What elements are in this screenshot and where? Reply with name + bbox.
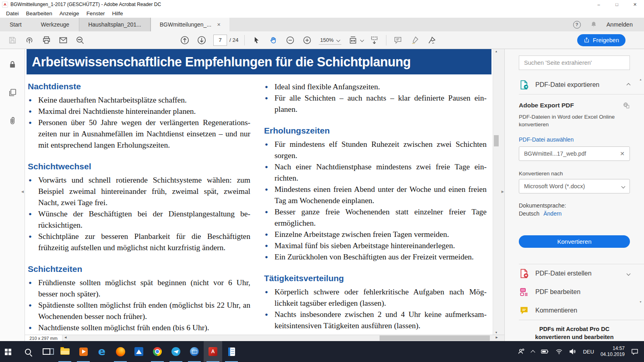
- zoom-out-button[interactable]: [283, 34, 297, 47]
- vertical-scrollbar[interactable]: ▲ ▼: [493, 49, 500, 335]
- chevron-up-icon: [627, 83, 631, 87]
- lock-icon[interactable]: [8, 60, 17, 69]
- maximize-button[interactable]: □: [608, 0, 626, 9]
- scrolling-mode-button[interactable]: [367, 34, 381, 47]
- fit-width-button[interactable]: [346, 34, 360, 47]
- taskbar-scan-button[interactable]: [130, 341, 148, 362]
- taskbar-search-button[interactable]: [19, 341, 37, 362]
- sidebar-scroll-up-icon[interactable]: ▲: [639, 78, 642, 81]
- select-pdf-file-link[interactable]: PDF-Datei auswählen: [519, 136, 574, 143]
- keyboard-language-label[interactable]: DEU: [583, 349, 594, 355]
- taskbar-taskview-button[interactable]: [37, 341, 56, 362]
- close-button[interactable]: ✕: [626, 0, 644, 9]
- notifications-bell-icon[interactable]: [590, 21, 598, 29]
- desktop: { "icons": { "minimize": "–", "maximize"…: [0, 0, 644, 362]
- taskbar-writer-button[interactable]: [222, 341, 241, 362]
- save-button[interactable]: [6, 34, 19, 47]
- scroll-down-icon[interactable]: ▼: [493, 331, 500, 334]
- help-icon[interactable]: ?: [573, 21, 581, 29]
- show-hidden-icons-chevron[interactable]: [531, 350, 535, 354]
- bullet-text: Nach einer Nachtdienstphase mindestens z…: [275, 161, 487, 184]
- bullet-dot-icon: ●: [264, 81, 275, 93]
- tab-document-haushaltsplan[interactable]: Haushaltsplan_201...: [79, 18, 151, 31]
- zoom-in-button[interactable]: [300, 34, 314, 47]
- page-thumbnails-icon[interactable]: [8, 88, 17, 97]
- change-language-link[interactable]: Ändern: [543, 210, 561, 217]
- expand-right-pane-icon[interactable]: ▶: [502, 190, 504, 193]
- remove-file-icon[interactable]: ✕: [620, 150, 625, 157]
- format-select[interactable]: Microsoft Word (*.docx): [519, 179, 630, 193]
- tab-close-icon[interactable]: ✕: [217, 22, 221, 27]
- tab-document-bgwmitteilungen[interactable]: BGWmitteilungen_... ✕: [151, 18, 230, 31]
- pdf-page[interactable]: Arbeitswissenschaftliche Empfehlungen fü…: [25, 49, 493, 335]
- scroll-right-icon[interactable]: ▶: [496, 336, 498, 339]
- bullet-item: ●Wünsche der Beschäftigten bei der Diens…: [28, 208, 250, 231]
- bullet-dot-icon: ●: [28, 231, 38, 253]
- previous-page-button[interactable]: [178, 34, 192, 47]
- menu-item-bearbeiten[interactable]: Bearbeiten: [23, 10, 56, 16]
- window-controls: – □ ✕: [590, 0, 644, 9]
- email-button[interactable]: [56, 34, 70, 47]
- vertical-scrollbar-thumb[interactable]: [494, 135, 499, 146]
- collapse-left-pane-icon[interactable]: ◀: [21, 190, 24, 193]
- wifi-icon[interactable]: [555, 349, 563, 354]
- chevron-down-icon[interactable]: [360, 38, 364, 42]
- horizontal-scrollbar-thumb[interactable]: [380, 335, 490, 341]
- window-titlebar: A BGWmitteilungen_1-2017 (GESCHÜTZT) - A…: [0, 0, 644, 9]
- page-number-input[interactable]: [213, 35, 227, 46]
- tools-search-input[interactable]: [519, 56, 630, 70]
- menu-item-datei[interactable]: Datei: [2, 10, 23, 16]
- tab-start[interactable]: Start: [0, 18, 31, 31]
- create-pdf-label: PDF-Datei erstellen: [535, 270, 592, 277]
- adobe-export-pdf-title: Adobe Export PDF: [519, 102, 574, 109]
- create-pdf-row[interactable]: PDF-Datei erstellen: [519, 264, 630, 283]
- scroll-up-icon[interactable]: ▲: [493, 50, 500, 53]
- action-center-icon[interactable]: [631, 348, 638, 355]
- taskbar-start-button[interactable]: [0, 341, 19, 362]
- comment-row[interactable]: Kommentieren: [519, 301, 630, 320]
- export-pdf-section-header[interactable]: PDF-Datei exportieren: [519, 76, 630, 94]
- volume-icon[interactable]: [569, 349, 576, 354]
- bullet-text: Mindestens einen freien Abend unter der …: [275, 184, 487, 206]
- bullet-item: ●Besser ganze freie Wochenenden statt ei…: [264, 206, 487, 229]
- menu-item-hilfe[interactable]: Hilfe: [108, 10, 126, 16]
- taskbar-chrome-button[interactable]: [148, 341, 167, 362]
- search-zoom-button[interactable]: [73, 34, 87, 47]
- zoom-level-control[interactable]: 150%: [319, 36, 341, 45]
- export-description: PDF-Dateien in Word oder Excel Online ko…: [519, 113, 630, 128]
- bullet-text: Keine dauerhaften Nachtarbeitsplätze sch…: [38, 95, 250, 106]
- scroll-left-icon[interactable]: ◀: [64, 336, 66, 339]
- people-icon[interactable]: [518, 348, 525, 355]
- select-tool-button[interactable]: [250, 34, 263, 47]
- taskbar-firefox-button[interactable]: [111, 341, 130, 362]
- minimize-button[interactable]: –: [590, 0, 608, 9]
- clock[interactable]: 14:57 04.10.2019: [601, 346, 625, 358]
- bullet-text: Einzelne Arbeitstage zwischen freien Tag…: [275, 229, 487, 240]
- next-page-button[interactable]: [195, 34, 208, 47]
- menu-item-anzeige[interactable]: Anzeige: [56, 10, 83, 16]
- attachments-paperclip-icon[interactable]: [8, 116, 17, 125]
- document-language-label: Dokumentsprache:: [519, 202, 630, 210]
- print-button[interactable]: [39, 34, 53, 47]
- hand-tool-button[interactable]: [266, 34, 280, 47]
- tab-werkzeuge[interactable]: Werkzeuge: [31, 18, 79, 31]
- taskbar-media-button[interactable]: [74, 341, 93, 362]
- edit-pdf-row[interactable]: PDF bearbeiten: [519, 283, 630, 301]
- taskbar-edge-button[interactable]: [93, 341, 111, 362]
- taskbar-acrobat-button[interactable]: [204, 341, 222, 362]
- convert-button[interactable]: Konvertieren: [519, 235, 630, 248]
- taskbar-thunderbird-button[interactable]: [185, 341, 204, 362]
- upload-cloud-button[interactable]: [23, 34, 36, 47]
- share-button[interactable]: Freigeben: [577, 34, 625, 46]
- taskbar-telegram-button[interactable]: [167, 341, 185, 362]
- menu-item-fenster[interactable]: Fenster: [83, 10, 109, 16]
- tab-label: BGWmitteilungen_...: [160, 21, 211, 28]
- sidebar-scroll-down-icon[interactable]: ▼: [639, 300, 642, 303]
- bullet-text: Frühdienste sollten möglichst spät begin…: [38, 277, 250, 300]
- taskbar-explorer-button[interactable]: [56, 341, 74, 362]
- highlighter-tool-button[interactable]: [408, 34, 422, 47]
- signin-link[interactable]: Anmelden: [607, 21, 633, 28]
- fill-sign-tool-button[interactable]: [425, 34, 439, 47]
- edge-icon: [98, 347, 105, 356]
- comment-tool-button[interactable]: [391, 34, 405, 47]
